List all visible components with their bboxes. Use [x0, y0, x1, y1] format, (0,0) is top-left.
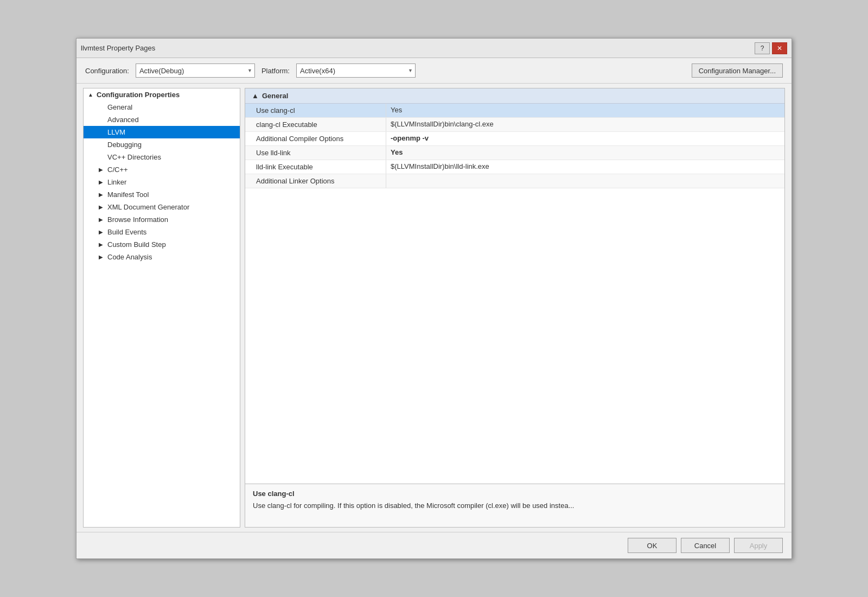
- tree-item-manifest-tool[interactable]: ▶Manifest Tool: [84, 188, 240, 201]
- platform-label: Platform:: [261, 67, 290, 75]
- props-panel: ▲ General Use clang-clYesclang-cl Execut…: [245, 88, 785, 528]
- tree-item-label: LLVM: [107, 128, 125, 136]
- tree-item-linker[interactable]: ▶Linker: [84, 176, 240, 188]
- props-value-use-clang-cl: Yes: [386, 104, 784, 117]
- props-row-use-lld-link[interactable]: Use lld-linkYes: [245, 146, 784, 160]
- props-value-additional-compiler: -openmp -v: [386, 132, 784, 145]
- tree-item-label: Linker: [107, 178, 126, 186]
- title-bar: llvmtest Property Pages ? ✕: [76, 39, 792, 58]
- ok-button[interactable]: OK: [628, 538, 676, 553]
- props-row-use-clang-cl[interactable]: Use clang-clYes: [245, 104, 784, 118]
- props-row-clang-cl-exe[interactable]: clang-cl Executable$(LLVMInstallDir)bin\…: [245, 118, 784, 132]
- cancel-button[interactable]: Cancel: [681, 538, 730, 553]
- tree-item-general[interactable]: General: [84, 101, 240, 113]
- section-expand-icon: ▲: [252, 92, 259, 100]
- dialog-title: llvmtest Property Pages: [81, 44, 155, 52]
- tree-item-label: Configuration Properties: [97, 91, 180, 99]
- config-label: Configuration:: [85, 67, 129, 75]
- tree-item-label: Custom Build Step: [107, 240, 166, 249]
- props-row-additional-linker[interactable]: Additional Linker Options: [245, 174, 784, 188]
- tree-item-debugging[interactable]: Debugging: [84, 138, 240, 151]
- tree-item-advanced[interactable]: Advanced: [84, 113, 240, 126]
- tree-expand-icon: ▶: [99, 229, 105, 235]
- tree-item-build-events[interactable]: ▶Build Events: [84, 226, 240, 238]
- props-name-additional-linker: Additional Linker Options: [245, 174, 386, 188]
- props-name-additional-compiler: Additional Compiler Options: [245, 132, 386, 145]
- tree-item-vc-dirs[interactable]: VC++ Directories: [84, 151, 240, 163]
- tree-expand-icon: ▶: [99, 192, 105, 198]
- title-controls: ? ✕: [755, 42, 787, 54]
- config-select-wrapper: Active(Debug): [136, 63, 255, 78]
- platform-select-wrapper: Active(x64): [296, 63, 416, 78]
- tree-item-browse-info[interactable]: ▶Browse Information: [84, 213, 240, 226]
- tree-item-label: Manifest Tool: [107, 190, 149, 199]
- tree-item-llvm[interactable]: LLVM: [84, 126, 240, 138]
- configuration-select[interactable]: Active(Debug): [136, 63, 255, 78]
- tree-item-label: Browse Information: [107, 215, 168, 224]
- tree-expand-icon: ▶: [99, 217, 105, 223]
- props-value-lld-link-exe: $(LLVMInstallDir)bin\lld-link.exe: [386, 160, 784, 174]
- content-area: ▲Configuration PropertiesGeneralAdvanced…: [76, 84, 792, 532]
- tree-item-code-analysis[interactable]: ▶Code Analysis: [84, 251, 240, 263]
- props-section-header: ▲ General: [245, 88, 784, 104]
- props-name-use-clang-cl: Use clang-cl: [245, 104, 386, 117]
- tree-item-label: General: [107, 103, 132, 111]
- config-bar: Configuration: Active(Debug) Platform: A…: [76, 58, 792, 84]
- props-name-use-lld-link: Use lld-link: [245, 146, 386, 160]
- tree-item-label: VC++ Directories: [107, 153, 161, 161]
- tree-item-label: Advanced: [107, 116, 139, 124]
- info-title: Use clang-cl: [253, 490, 777, 498]
- tree-expand-icon: ▶: [99, 179, 105, 185]
- footer: OK Cancel Apply: [76, 532, 792, 558]
- tree-expand-icon: ▶: [99, 254, 105, 260]
- help-button[interactable]: ?: [755, 42, 770, 54]
- tree-expand-icon: ▶: [99, 204, 105, 210]
- tree-expand-icon: ▶: [99, 242, 105, 247]
- props-table: ▲ General Use clang-clYesclang-cl Execut…: [245, 88, 784, 484]
- info-panel: Use clang-cl Use clang-cl for compiling.…: [245, 484, 784, 527]
- props-value-use-lld-link: Yes: [386, 146, 784, 160]
- tree-expand-icon: ▲: [88, 92, 94, 98]
- props-name-lld-link-exe: lld-link Executable: [245, 160, 386, 174]
- props-value-clang-cl-exe: $(LLVMInstallDir)bin\clang-cl.exe: [386, 118, 784, 131]
- tree-expand-icon: ▶: [99, 167, 105, 173]
- props-name-clang-cl-exe: clang-cl Executable: [245, 118, 386, 131]
- platform-select[interactable]: Active(x64): [296, 63, 416, 78]
- tree-item-xml-doc[interactable]: ▶XML Document Generator: [84, 201, 240, 213]
- tree-item-config-props[interactable]: ▲Configuration Properties: [84, 88, 240, 101]
- property-pages-dialog: llvmtest Property Pages ? ✕ Configuratio…: [76, 38, 792, 559]
- title-bar-left: llvmtest Property Pages: [81, 44, 155, 52]
- config-manager-button[interactable]: Configuration Manager...: [692, 63, 783, 78]
- tree-item-cpp[interactable]: ▶C/C++: [84, 163, 240, 176]
- props-row-additional-compiler[interactable]: Additional Compiler Options-openmp -v: [245, 132, 784, 146]
- tree-item-label: Build Events: [107, 228, 146, 236]
- section-title: General: [262, 92, 288, 100]
- tree-item-label: C/C++: [107, 166, 128, 174]
- props-row-lld-link-exe[interactable]: lld-link Executable$(LLVMInstallDir)bin\…: [245, 160, 784, 174]
- tree-panel: ▲Configuration PropertiesGeneralAdvanced…: [83, 88, 240, 528]
- apply-button[interactable]: Apply: [734, 538, 783, 553]
- tree-item-label: Debugging: [107, 141, 142, 149]
- tree-item-custom-build[interactable]: ▶Custom Build Step: [84, 238, 240, 251]
- tree-item-label: Code Analysis: [107, 253, 152, 261]
- close-button[interactable]: ✕: [772, 42, 787, 54]
- info-text: Use clang-cl for compiling. If this opti…: [253, 501, 777, 511]
- tree-item-label: XML Document Generator: [107, 203, 189, 211]
- props-value-additional-linker: [386, 174, 784, 188]
